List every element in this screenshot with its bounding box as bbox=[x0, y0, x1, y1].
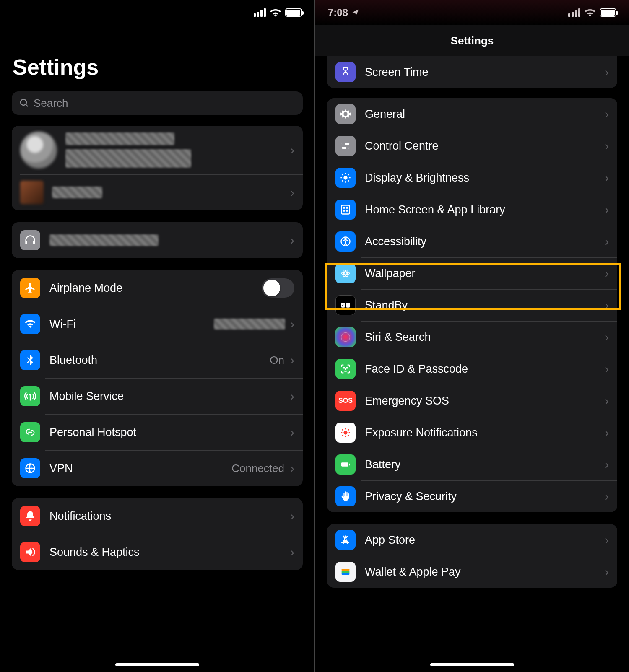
family-row[interactable]: › bbox=[12, 174, 303, 210]
display-brightness-row[interactable]: Display & Brightness › bbox=[327, 162, 617, 194]
search-icon bbox=[19, 98, 29, 108]
screen-time-row[interactable]: Screen Time › bbox=[327, 56, 617, 88]
battery-icon bbox=[285, 8, 302, 17]
wifi-icon bbox=[585, 8, 595, 17]
svg-point-0 bbox=[21, 99, 26, 105]
hotspot-icon bbox=[20, 422, 40, 442]
exposure-row[interactable]: Exposure Notifications › bbox=[327, 417, 617, 449]
chevron-right-icon: › bbox=[605, 426, 609, 440]
notifications-row[interactable]: Notifications › bbox=[12, 498, 303, 534]
svg-point-41 bbox=[348, 435, 349, 436]
hotspot-label: Personal Hotspot bbox=[49, 426, 289, 439]
home-indicator[interactable] bbox=[115, 663, 199, 666]
gear-icon bbox=[335, 104, 356, 124]
apple-id-name-redacted bbox=[65, 132, 174, 145]
hotspot-row[interactable]: Personal Hotspot › bbox=[12, 414, 303, 450]
svg-point-18 bbox=[346, 207, 348, 208]
privacy-row[interactable]: Privacy & Security › bbox=[327, 480, 617, 512]
chevron-right-icon: › bbox=[605, 65, 609, 79]
home-screen-row[interactable]: Home Screen & App Library › bbox=[327, 194, 617, 226]
chevron-right-icon: › bbox=[605, 565, 609, 579]
apple-id-row[interactable]: › bbox=[12, 126, 303, 174]
wallpaper-label: Wallpaper bbox=[365, 267, 603, 280]
chevron-right-icon: › bbox=[290, 185, 294, 200]
avatar bbox=[20, 132, 57, 169]
app-store-row[interactable]: App Store › bbox=[327, 524, 617, 556]
wifi-label: Wi-Fi bbox=[49, 318, 214, 331]
chevron-right-icon: › bbox=[290, 545, 294, 559]
sounds-row[interactable]: Sounds & Haptics › bbox=[12, 534, 303, 570]
airplane-icon bbox=[20, 278, 40, 298]
sos-label: Emergency SOS bbox=[365, 394, 603, 407]
siri-row[interactable]: Siri & Search › bbox=[327, 321, 617, 353]
standby-icon: ✓ bbox=[335, 295, 356, 315]
accessibility-row[interactable]: Accessibility › bbox=[327, 226, 617, 257]
family-label-redacted bbox=[52, 187, 102, 198]
faceid-label: Face ID & Passcode bbox=[365, 363, 603, 376]
svg-point-17 bbox=[343, 207, 345, 208]
screentime-section: Screen Time › bbox=[327, 56, 617, 88]
hourglass-icon bbox=[335, 62, 356, 82]
chevron-right-icon: › bbox=[605, 107, 609, 121]
svg-point-36 bbox=[341, 432, 343, 433]
battery-label: Battery bbox=[365, 458, 603, 471]
chevron-right-icon: › bbox=[290, 233, 294, 247]
chevron-right-icon: › bbox=[605, 139, 609, 153]
antenna-icon bbox=[20, 386, 40, 406]
apps-grid-icon bbox=[335, 200, 356, 220]
svg-rect-44 bbox=[342, 569, 350, 571]
headphones-row[interactable]: › bbox=[12, 222, 303, 258]
svg-point-31 bbox=[344, 368, 345, 368]
chevron-right-icon: › bbox=[605, 457, 609, 472]
cellular-icon bbox=[254, 8, 266, 17]
sos-icon: SOS bbox=[335, 391, 356, 411]
status-time: 7:08 bbox=[328, 7, 348, 18]
brightness-icon bbox=[335, 168, 356, 188]
mobile-service-label: Mobile Service bbox=[49, 390, 289, 403]
svg-point-22 bbox=[345, 238, 346, 240]
mobile-service-row[interactable]: Mobile Service › bbox=[12, 378, 303, 414]
apple-id-sub-redacted bbox=[65, 149, 191, 168]
nav-bar: Settings bbox=[315, 25, 629, 56]
chevron-right-icon: › bbox=[290, 389, 294, 403]
wifi-icon bbox=[20, 314, 40, 334]
standby-row[interactable]: ✓ StandBy › bbox=[327, 289, 617, 321]
chevron-right-icon: › bbox=[290, 509, 294, 523]
battery-row[interactable]: Battery › bbox=[327, 449, 617, 480]
svg-point-19 bbox=[343, 210, 345, 211]
bluetooth-row[interactable]: Bluetooth On › bbox=[12, 342, 303, 378]
wifi-row[interactable]: Wi-Fi › bbox=[12, 306, 303, 342]
chevron-right-icon: › bbox=[290, 425, 294, 439]
vpn-label: VPN bbox=[49, 462, 231, 475]
sounds-icon bbox=[20, 542, 40, 562]
chevron-right-icon: › bbox=[605, 330, 609, 344]
wallpaper-row[interactable]: Wallpaper › bbox=[327, 257, 617, 289]
wallet-row[interactable]: Wallet & Apple Pay › bbox=[327, 556, 617, 588]
general-label: General bbox=[365, 108, 603, 121]
bluetooth-value: On bbox=[270, 354, 284, 367]
home-indicator[interactable] bbox=[430, 663, 514, 666]
faceid-row[interactable]: Face ID & Passcode › bbox=[327, 353, 617, 385]
wifi-value-redacted bbox=[214, 319, 285, 330]
family-avatar bbox=[20, 181, 44, 204]
search-input[interactable]: Search bbox=[12, 91, 303, 115]
appstore-icon bbox=[335, 530, 356, 550]
general-row[interactable]: General › bbox=[327, 98, 617, 130]
svg-line-15 bbox=[348, 174, 349, 175]
svg-rect-28 bbox=[346, 303, 350, 308]
notifications-icon bbox=[20, 506, 40, 526]
svg-point-20 bbox=[346, 210, 348, 211]
control-centre-row[interactable]: Control Centre › bbox=[327, 130, 617, 162]
chevron-right-icon: › bbox=[290, 353, 294, 367]
wifi-icon bbox=[270, 8, 281, 17]
settings-root-screen: Settings Search › › › bbox=[0, 0, 314, 672]
accessibility-label: Accessibility bbox=[365, 235, 603, 248]
airplane-mode-row[interactable]: Airplane Mode bbox=[12, 270, 303, 306]
emergency-sos-row[interactable]: SOS Emergency SOS › bbox=[327, 385, 617, 417]
svg-point-39 bbox=[348, 429, 349, 431]
bluetooth-label: Bluetooth bbox=[49, 354, 270, 367]
vpn-row[interactable]: VPN Connected › bbox=[12, 450, 303, 486]
chevron-right-icon: › bbox=[605, 362, 609, 376]
chevron-right-icon: › bbox=[605, 171, 609, 185]
airplane-toggle[interactable] bbox=[262, 278, 294, 298]
